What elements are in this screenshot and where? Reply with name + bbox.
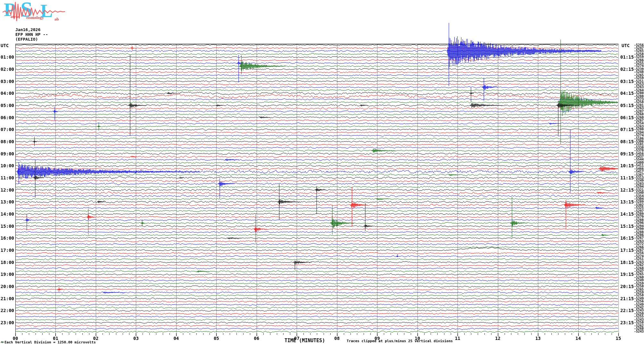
hour-label-right: 21:15 [620, 296, 634, 301]
hour-label-right: 04:15 [620, 91, 634, 95]
hour-label-right: 22:15 [620, 308, 634, 313]
hour-label-left: 05:00 [0, 103, 14, 108]
hour-label-right: 03:15 [620, 79, 634, 84]
hour-label-right: 16:15 [620, 236, 634, 240]
row-offset-value: -5243 [634, 330, 644, 333]
hour-label-left: 07:00 [0, 127, 14, 132]
hour-label-left: 09:00 [0, 152, 14, 156]
footer-glyph-icon [1, 341, 4, 343]
utc-label-right: UTC [622, 43, 630, 48]
x-tick-label: 06 [251, 336, 262, 341]
x-tick-label: 08 [332, 336, 343, 341]
x-tick-label: 04 [171, 336, 182, 341]
x-tick-label: 03 [130, 336, 141, 341]
hour-label-left: 20:00 [0, 284, 14, 289]
hour-label-right: 23:15 [620, 320, 634, 325]
hour-label-right: 12:15 [620, 188, 634, 192]
hour-label-left: 18:00 [0, 260, 14, 265]
hour-label-right: 19:15 [620, 272, 634, 276]
hour-label-right: 13:15 [620, 200, 634, 204]
hour-label-left: 17:00 [0, 248, 14, 252]
header-channel: EFP HHN HP -- [15, 32, 48, 37]
logo-word-ab: ab [54, 17, 59, 22]
hour-label-right: 02:15 [620, 67, 634, 71]
helicorder-page: P S L atras eismology ab Jan16,2026 EFP … [0, 0, 644, 346]
hour-label-right: 20:15 [620, 284, 634, 289]
utc-label-left: UTC [1, 43, 9, 48]
hour-label-right: 14:15 [620, 212, 634, 216]
hour-label-right: 11:15 [620, 176, 634, 180]
hour-label-left: 04:00 [0, 91, 14, 95]
hour-label-left: 10:00 [0, 163, 14, 168]
hour-label-left: 06:00 [0, 115, 14, 120]
hour-label-left: 14:00 [0, 212, 14, 216]
hour-label-right: 18:15 [620, 260, 634, 265]
logo-word-atras: atras [11, 14, 20, 19]
hour-label-left: 15:00 [0, 224, 14, 228]
seismogram-canvas [0, 0, 644, 346]
x-tick-label: 12 [492, 336, 503, 341]
hour-label-left: 01:00 [0, 55, 14, 59]
hour-label-right: 09:15 [620, 152, 634, 156]
x-tick-label: 14 [573, 336, 584, 341]
hour-label-right: 06:15 [620, 115, 634, 120]
hour-label-right: 10:15 [620, 163, 634, 168]
logo-word-eismology: eismology [26, 15, 44, 20]
hour-label-left: 12:00 [0, 188, 14, 192]
x-axis-title: TIME (MINUTES) [285, 338, 325, 343]
hour-label-left: 13:00 [0, 200, 14, 204]
hour-label-right: 17:15 [620, 248, 634, 252]
clip-note: Traces clipped at plus/minus 25 vertical… [347, 339, 453, 343]
hour-label-left: 03:00 [0, 79, 14, 84]
hour-label-right: 05:15 [620, 103, 634, 108]
hour-label-left: 23:00 [0, 320, 14, 325]
hour-label-left: 21:00 [0, 296, 14, 301]
x-tick-label: 15 [613, 336, 624, 341]
header-station: (EFPALIO) [15, 37, 38, 42]
psl-logo: P S L atras eismology ab [2, 1, 66, 25]
hour-label-left: 19:00 [0, 272, 14, 276]
x-tick-label: 13 [533, 336, 543, 341]
hour-label-left: 22:00 [0, 308, 14, 313]
hour-label-right: 07:15 [620, 127, 634, 132]
header-date: Jan16,2026 [15, 27, 40, 32]
hour-label-left: 08:00 [0, 139, 14, 144]
hour-label-right: 01:15 [620, 55, 634, 59]
hour-label-left: 11:00 [0, 176, 14, 180]
x-tick-label: 11 [452, 336, 463, 341]
hour-label-left: 02:00 [0, 67, 14, 71]
hour-label-right: 08:15 [620, 139, 634, 144]
hour-label-right: 15:15 [620, 224, 634, 228]
scale-note: Each Vertical Division = 1250.00 microvo… [4, 340, 96, 344]
x-tick-label: 05 [211, 336, 222, 341]
hour-label-left: 16:00 [0, 236, 14, 240]
